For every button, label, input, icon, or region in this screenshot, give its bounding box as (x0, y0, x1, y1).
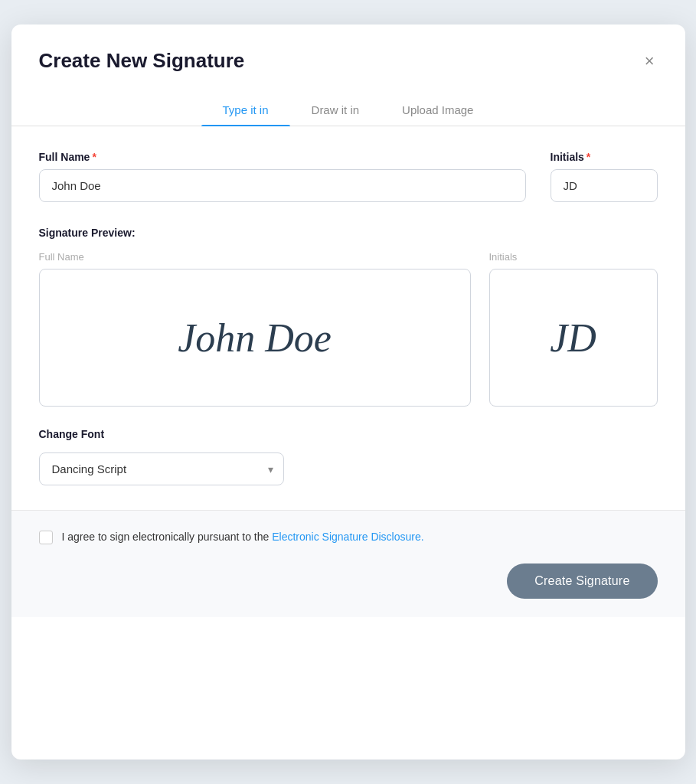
full-name-preview-wrapper: Full Name John Doe (39, 251, 471, 407)
initials-input[interactable] (551, 169, 658, 202)
initials-preview-box: JD (489, 269, 658, 407)
tab-bar: Type it in Draw it in Upload Image (11, 94, 685, 126)
full-name-signature-text: John Doe (178, 315, 332, 361)
full-name-label: Full Name* (39, 151, 526, 163)
change-font-label: Change Font (39, 428, 658, 440)
signature-preview-section: Signature Preview: Full Name John Doe In… (39, 227, 658, 407)
tab-type-it-in[interactable]: Type it in (201, 94, 290, 126)
create-signature-modal: Create New Signature × Type it in Draw i… (11, 24, 685, 760)
full-name-preview-label: Full Name (39, 251, 471, 263)
initials-label: Initials* (551, 151, 658, 163)
font-select[interactable]: Dancing Script Pacifico Great Vibes Sacr… (39, 452, 284, 485)
initials-group: Initials* (551, 151, 658, 202)
form-row: Full Name* Initials* (39, 151, 658, 202)
tab-upload-image[interactable]: Upload Image (381, 94, 495, 126)
full-name-required-star: * (92, 151, 96, 163)
change-font-section: Change Font Dancing Script Pacifico Grea… (39, 428, 658, 485)
modal-title: Create New Signature (39, 49, 245, 73)
font-select-wrapper: Dancing Script Pacifico Great Vibes Sacr… (39, 452, 284, 485)
full-name-input[interactable] (39, 169, 526, 202)
initials-required-star: * (587, 151, 590, 163)
create-signature-button[interactable]: Create Signature (507, 564, 657, 599)
preview-row: Full Name John Doe Initials JD (39, 251, 658, 407)
initials-signature-text: JD (550, 315, 596, 361)
full-name-preview-box: John Doe (39, 269, 471, 407)
initials-preview-wrapper: Initials JD (489, 251, 658, 407)
close-button[interactable]: × (642, 50, 658, 73)
full-name-group: Full Name* (39, 151, 526, 202)
tab-draw-it-in[interactable]: Draw it in (290, 94, 381, 126)
electronic-disclosure-link[interactable]: Electronic Signature Disclosure. (272, 531, 423, 543)
footer-actions: Create Signature (39, 564, 658, 599)
signature-preview-label: Signature Preview: (39, 227, 658, 239)
agreement-checkbox[interactable] (39, 531, 53, 544)
initials-preview-label: Initials (489, 251, 658, 263)
modal-footer: I agree to sign electronically pursuant … (11, 510, 685, 617)
modal-body: Full Name* Initials* Signature Preview: … (11, 126, 685, 510)
agreement-row: I agree to sign electronically pursuant … (39, 529, 658, 545)
modal-header: Create New Signature × (11, 24, 685, 73)
agreement-text: I agree to sign electronically pursuant … (62, 529, 424, 545)
